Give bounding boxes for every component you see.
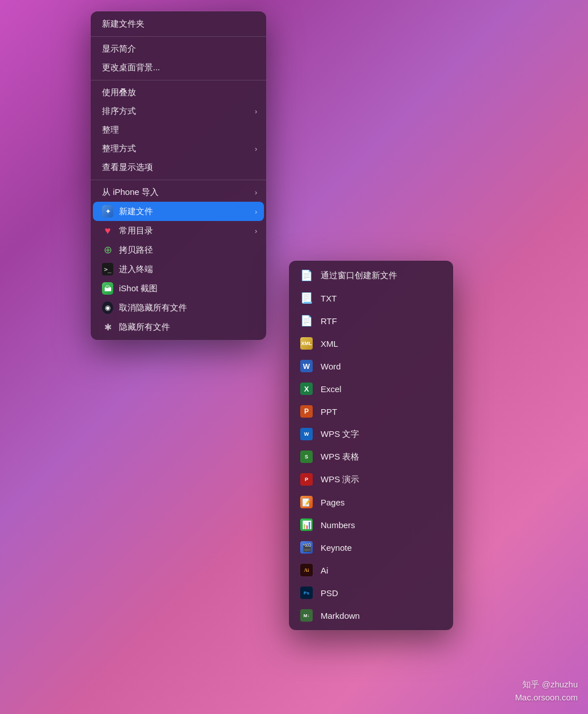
submenu-item-ppt[interactable]: P PPT <box>291 400 451 423</box>
rtf-icon: 📄 <box>299 313 314 328</box>
menu-item-new-folder[interactable]: 新建文件夹 <box>93 15 264 33</box>
menu-item-favorites[interactable]: ♥ 常用目录 › <box>93 221 264 240</box>
ishot-label: iShot 截图 <box>119 283 157 294</box>
new-file-submenu: 📄 通过窗口创建新文件 📃 TXT 📄 RTF XML XML W Word X… <box>289 261 453 630</box>
terminal-icon: >_ <box>102 264 113 275</box>
menu-item-use-stack[interactable]: 使用叠放 <box>93 83 264 102</box>
menu-item-unhide-all[interactable]: ◉ 取消隐藏所有文件 <box>93 298 264 317</box>
unhide-all-icon: ◉ <box>102 302 113 313</box>
sort-by-arrow-icon: › <box>255 107 257 116</box>
ai-icon: Ai <box>299 563 314 577</box>
submenu-item-new-via-window[interactable]: 📄 通过窗口创建新文件 <box>291 264 451 287</box>
excel-icon: X <box>299 381 314 396</box>
new-file-arrow-icon: › <box>255 207 257 216</box>
rtf-label: RTF <box>321 316 337 326</box>
menu-item-organize-by[interactable]: 整理方式 › <box>93 139 264 158</box>
menu-item-hide-all[interactable]: ✱ 隐藏所有文件 <box>93 317 264 337</box>
import-iphone-label: 从 iPhone 导入 <box>102 187 159 198</box>
submenu-item-excel[interactable]: X Excel <box>291 377 451 400</box>
favorites-arrow-icon: › <box>255 227 257 235</box>
organize-label: 整理 <box>102 125 119 135</box>
keynote-icon: 🎬 <box>299 540 314 555</box>
change-wallpaper-label: 更改桌面背景... <box>102 62 160 73</box>
copy-path-label: 拷贝路径 <box>119 245 153 256</box>
pages-icon: 📝 <box>299 495 314 509</box>
ai-label: Ai <box>321 566 328 575</box>
organize-by-arrow-icon: › <box>255 144 257 153</box>
ppt-label: PPT <box>321 407 337 416</box>
menu-item-terminal[interactable]: >_ 进入终端 <box>93 260 264 279</box>
watermark-line1: 知乎 @zhuzhu <box>515 678 578 691</box>
txt-label: TXT <box>321 294 336 303</box>
ishot-icon: 🏔 <box>102 283 113 294</box>
wps-sheet-icon: S <box>299 449 314 464</box>
submenu-item-psd[interactable]: Ps PSD <box>291 581 451 604</box>
use-stack-label: 使用叠放 <box>102 87 136 98</box>
menu-item-change-wallpaper[interactable]: 更改桌面背景... <box>93 58 264 77</box>
markdown-label: Markdown <box>321 611 360 620</box>
submenu-item-pages[interactable]: 📝 Pages <box>291 491 451 513</box>
sort-by-label: 排序方式 <box>102 106 136 117</box>
wps-doc-label: WPS 文字 <box>321 429 359 440</box>
new-folder-label: 新建文件夹 <box>102 19 144 29</box>
submenu-item-rtf[interactable]: 📄 RTF <box>291 309 451 332</box>
wps-doc-icon: W <box>299 427 314 441</box>
import-iphone-arrow-icon: › <box>255 188 257 197</box>
numbers-label: Numbers <box>321 520 355 530</box>
submenu-item-wps-sheet[interactable]: S WPS 表格 <box>291 445 451 468</box>
menu-item-ishot[interactable]: 🏔 iShot 截图 <box>93 279 264 298</box>
menu-item-organize[interactable]: 整理 <box>93 121 264 139</box>
submenu-item-txt[interactable]: 📃 TXT <box>291 287 451 309</box>
numbers-icon: 📊 <box>299 517 314 532</box>
submenu-item-xml[interactable]: XML XML <box>291 332 451 355</box>
new-file-label: 新建文件 <box>119 206 153 217</box>
separator-1 <box>91 36 266 37</box>
main-context-menu: 新建文件夹 显示简介 更改桌面背景... 使用叠放 排序方式 › 整理 整理方式… <box>91 11 266 340</box>
submenu-item-keynote[interactable]: 🎬 Keynote <box>291 536 451 559</box>
show-info-label: 显示简介 <box>102 44 136 54</box>
new-via-window-label: 通过窗口创建新文件 <box>321 270 397 281</box>
wps-sheet-label: WPS 表格 <box>321 452 359 462</box>
submenu-item-wps-doc[interactable]: W WPS 文字 <box>291 423 451 445</box>
submenu-item-word[interactable]: W Word <box>291 355 451 377</box>
txt-icon: 📃 <box>299 291 314 305</box>
watermark-line2: Mac.orsoon.com <box>515 691 578 704</box>
word-label: Word <box>321 362 341 371</box>
xml-icon: XML <box>299 336 314 351</box>
menu-item-sort-by[interactable]: 排序方式 › <box>93 102 264 121</box>
submenu-item-ai[interactable]: Ai Ai <box>291 559 451 581</box>
excel-label: Excel <box>321 384 342 394</box>
submenu-item-markdown[interactable]: M↓ Markdown <box>291 604 451 627</box>
submenu-item-wps-ppt[interactable]: P WPS 演示 <box>291 468 451 491</box>
copy-path-icon: ⊕ <box>102 244 113 256</box>
favorites-icon: ♥ <box>102 225 113 236</box>
new-via-window-icon: 📄 <box>299 268 314 283</box>
ppt-icon: P <box>299 404 314 419</box>
wps-ppt-label: WPS 演示 <box>321 474 359 485</box>
organize-by-label: 整理方式 <box>102 143 136 154</box>
markdown-icon: M↓ <box>299 608 314 623</box>
hide-all-label: 隐藏所有文件 <box>119 322 170 333</box>
menu-item-view-options[interactable]: 查看显示选项 <box>93 158 264 177</box>
keynote-label: Keynote <box>321 543 352 552</box>
psd-icon: Ps <box>299 585 314 600</box>
watermark: 知乎 @zhuzhu Mac.orsoon.com <box>515 678 578 704</box>
menu-item-show-info[interactable]: 显示简介 <box>93 40 264 58</box>
terminal-label: 进入终端 <box>119 264 153 275</box>
separator-3 <box>91 180 266 180</box>
favorites-label: 常用目录 <box>119 226 153 236</box>
submenu-item-numbers[interactable]: 📊 Numbers <box>291 513 451 536</box>
wps-ppt-icon: P <box>299 472 314 487</box>
new-file-icon: ✦ <box>102 206 113 217</box>
psd-label: PSD <box>321 588 338 598</box>
pages-label: Pages <box>321 498 345 507</box>
word-icon: W <box>299 359 314 373</box>
xml-label: XML <box>321 339 338 348</box>
hide-all-icon: ✱ <box>102 321 113 333</box>
unhide-all-label: 取消隐藏所有文件 <box>119 303 187 313</box>
view-options-label: 查看显示选项 <box>102 162 153 173</box>
separator-2 <box>91 80 266 80</box>
menu-item-copy-path[interactable]: ⊕ 拷贝路径 <box>93 240 264 260</box>
menu-item-new-file[interactable]: ✦ 新建文件 › <box>93 202 264 221</box>
menu-item-import-iphone[interactable]: 从 iPhone 导入 › <box>93 183 264 202</box>
